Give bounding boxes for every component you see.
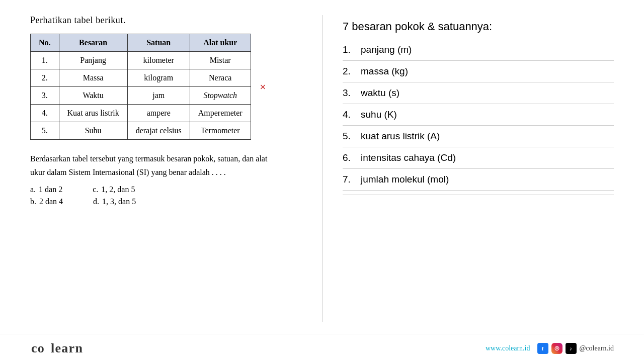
table-cell: ampere [127, 105, 190, 122]
table-header-cell: Satuan [127, 34, 190, 52]
social-icons: f ◎ ♪ @colearn.id [537, 343, 614, 354]
table-cell: 1. [31, 52, 59, 69]
answer-item-left: b.2 dan 4 [30, 197, 63, 206]
footer-url: www.colearn.id [486, 344, 530, 352]
instagram-icon: ◎ [551, 343, 562, 354]
brand-co: co [31, 341, 45, 355]
answer-row: b.2 dan 4d.1, 3, dan 5 [30, 197, 312, 206]
table-cell: Kuat arus listrik [59, 105, 127, 122]
x-mark: × [260, 80, 266, 94]
answer-value: 1 dan 2 [39, 185, 62, 194]
list-item: 1.panjang (m) [343, 40, 614, 61]
answer-value: 2 dan 4 [39, 197, 63, 206]
table-cell: Mistar [190, 52, 251, 69]
left-panel: Perhatikan tabel berikut. No.BesaranSatu… [30, 15, 312, 322]
table-header-cell: Alat ukur [190, 34, 251, 52]
table-cell: Waktu [59, 87, 127, 105]
table-cell: Amperemeter [190, 105, 251, 122]
table-cell: Neraca [190, 69, 251, 87]
tiktok-icon: ♪ [566, 343, 577, 354]
list-item-num: 6. [343, 148, 361, 167]
table-header-cell: Besaran [59, 34, 127, 52]
list-item-text: intensitas cahaya (Cd) [361, 148, 456, 167]
table-cell: Massa [59, 69, 127, 87]
table-cell: Termometer [190, 122, 251, 140]
table-row: 4.Kuat arus listrikampereAmperemeter [31, 105, 251, 122]
right-panel: 7 besaran pokok & satuannya: 1.panjang (… [322, 15, 614, 322]
brand-logo: co learn [30, 341, 83, 356]
bottom-divider [343, 195, 614, 195]
table-row: 3.WaktujamStopwatch [31, 87, 251, 105]
table-row: 5.Suhuderajat celsiusTermometer [31, 122, 251, 140]
table-cell: 2. [31, 69, 59, 87]
social-handle: @colearn.id [580, 344, 614, 352]
table-cell: 5. [31, 122, 59, 140]
list-item-num: 4. [343, 105, 361, 124]
table-cell: 3. [31, 87, 59, 105]
list-item: 3.waktu (s) [343, 83, 614, 104]
list-item-text: massa (kg) [361, 62, 408, 81]
list-item: 2.massa (kg) [343, 62, 614, 82]
answer-label: d. [93, 197, 99, 206]
answer-label: c. [93, 185, 98, 194]
table-cell: kilogram [127, 69, 190, 87]
besaran-list: 1.panjang (m)2.massa (kg)3.waktu (s)4.su… [343, 40, 614, 191]
table-cell: 4. [31, 105, 59, 122]
list-item-text: panjang (m) [361, 40, 412, 59]
list-item-num: 1. [343, 40, 361, 59]
answer-value: 1, 3, dan 5 [102, 197, 136, 206]
table-cell: Panjang [59, 52, 127, 69]
intro-text: Perhatikan tabel berikut. [30, 15, 312, 26]
table-header: No.BesaranSatuanAlat ukur [31, 34, 251, 52]
table-header-cell: No. [31, 34, 59, 52]
list-item: 7.jumlah molekul (mol) [343, 170, 614, 191]
list-item-num: 3. [343, 83, 361, 103]
list-item-num: 5. [343, 127, 361, 146]
answer-item-right: c.1, 2, dan 5 [93, 185, 135, 194]
answer-row: a.1 dan 2c.1, 2, dan 5 [30, 185, 312, 194]
answer-options: a.1 dan 2c.1, 2, dan 5b.2 dan 4d.1, 3, d… [30, 185, 312, 206]
footer: co learn www.colearn.id f ◎ ♪ @colearn.i… [0, 334, 644, 362]
table-cell: kilometer [127, 52, 190, 69]
list-item: 5.kuat arus listrik (A) [343, 127, 614, 147]
list-item: 4.suhu (K) [343, 105, 614, 126]
main-container: Perhatikan tabel berikut. No.BesaranSatu… [0, 0, 644, 332]
question-text: Berdasarkan tabel tersebut yang termasuk… [30, 152, 282, 179]
table-wrapper: No.BesaranSatuanAlat ukur 1.Panjangkilom… [30, 34, 251, 140]
list-item: 6.intensitas cahaya (Cd) [343, 148, 614, 169]
table-cell: Stopwatch [190, 87, 251, 105]
answer-label: a. [30, 185, 36, 194]
table-row: 2.MassakilogramNeraca [31, 69, 251, 87]
answer-value: 1, 2, dan 5 [101, 185, 135, 194]
list-item-num: 2. [343, 62, 361, 81]
table-cell: jam [127, 87, 190, 105]
list-item-text: kuat arus listrik (A) [361, 127, 440, 146]
answer-item-right: d.1, 3, dan 5 [93, 197, 136, 206]
table-cell: Suhu [59, 122, 127, 140]
right-title: 7 besaran pokok & satuannya: [343, 20, 614, 33]
facebook-icon: f [537, 343, 548, 354]
answer-item-left: a.1 dan 2 [30, 185, 62, 194]
table-row: 1.PanjangkilometerMistar [31, 52, 251, 69]
main-table: No.BesaranSatuanAlat ukur 1.Panjangkilom… [30, 34, 251, 140]
list-item-text: suhu (K) [361, 105, 397, 124]
answer-label: b. [30, 197, 36, 206]
list-item-text: waktu (s) [361, 83, 399, 103]
list-item-num: 7. [343, 170, 361, 189]
table-body: 1.PanjangkilometerMistar2.MassakilogramN… [31, 52, 251, 140]
table-cell: derajat celsius [127, 122, 190, 140]
list-item-text: jumlah molekul (mol) [361, 170, 449, 189]
footer-right: www.colearn.id f ◎ ♪ @colearn.id [486, 343, 614, 354]
brand-learn: learn [51, 341, 83, 355]
brand-space [46, 341, 50, 355]
